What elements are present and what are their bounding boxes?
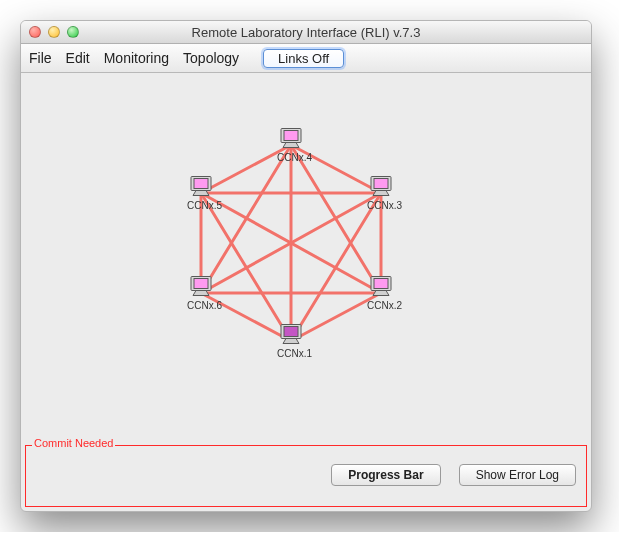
computer-icon (369, 276, 393, 298)
titlebar: Remote Laboratory Interface (RLI) v.7.3 (21, 21, 591, 44)
svg-rect-1 (284, 327, 298, 337)
topology-node[interactable]: CCNx.1 (277, 324, 305, 359)
node-label: CCNx.1 (277, 348, 305, 359)
links-toggle-button[interactable]: Links Off (263, 49, 344, 68)
node-label: CCNx.6 (187, 300, 215, 311)
progress-bar-label: Progress Bar (348, 468, 423, 482)
topology-link (201, 193, 381, 293)
menu-edit[interactable]: Edit (66, 50, 90, 66)
topology-node[interactable]: CCNx.4 (277, 128, 305, 163)
menu-file[interactable]: File (29, 50, 52, 66)
svg-rect-5 (374, 179, 388, 189)
computer-icon (279, 324, 303, 346)
topology-link (201, 193, 381, 293)
window-title: Remote Laboratory Interface (RLI) v.7.3 (21, 25, 591, 40)
topology-node[interactable]: CCNx.6 (187, 276, 215, 311)
progress-bar-button[interactable]: Progress Bar (331, 464, 440, 486)
zoom-icon[interactable] (67, 26, 79, 38)
menu-monitoring[interactable]: Monitoring (104, 50, 169, 66)
commit-panel: Commit Needed Progress Bar Show Error Lo… (25, 445, 587, 507)
node-label: CCNx.3 (367, 200, 395, 211)
topology-node[interactable]: CCNx.3 (367, 176, 395, 211)
topology-link (291, 145, 381, 293)
close-icon[interactable] (29, 26, 41, 38)
computer-icon (279, 128, 303, 150)
topology-link (201, 193, 291, 341)
app-window: Remote Laboratory Interface (RLI) v.7.3 … (20, 20, 592, 512)
traffic-lights (29, 26, 79, 38)
topology-node[interactable]: CCNx.2 (367, 276, 395, 311)
topology-canvas[interactable]: CCNx.1CCNx.2CCNx.3CCNx.4CCNx.5CCNx.6 (21, 73, 591, 435)
menu-topology[interactable]: Topology (183, 50, 239, 66)
show-error-log-button[interactable]: Show Error Log (459, 464, 576, 486)
topology-node[interactable]: CCNx.5 (187, 176, 215, 211)
node-label: CCNx.4 (277, 152, 305, 163)
minimize-icon[interactable] (48, 26, 60, 38)
topology-link (291, 193, 381, 341)
node-label: CCNx.2 (367, 300, 395, 311)
menubar: File Edit Monitoring Topology Links Off (21, 44, 591, 73)
node-label: CCNx.5 (187, 200, 215, 211)
topology-link (201, 145, 291, 293)
commit-legend: Commit Needed (32, 437, 115, 449)
computer-icon (189, 176, 213, 198)
svg-rect-7 (284, 131, 298, 141)
svg-rect-3 (374, 279, 388, 289)
links-layer (21, 73, 591, 435)
computer-icon (189, 276, 213, 298)
computer-icon (369, 176, 393, 198)
svg-rect-9 (194, 179, 208, 189)
status-buttons: Progress Bar Show Error Log (331, 464, 576, 486)
svg-rect-11 (194, 279, 208, 289)
